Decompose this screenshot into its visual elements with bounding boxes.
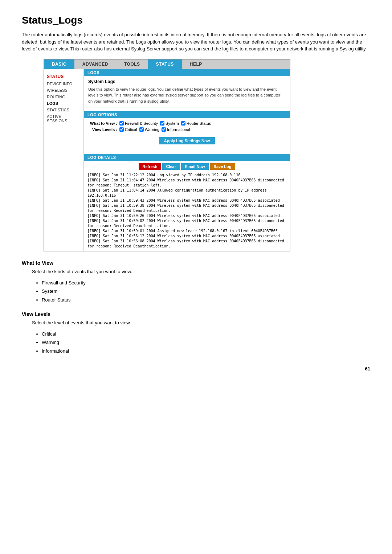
sidebar-status-label: STATUS xyxy=(44,72,83,81)
page-title: Status_Logs xyxy=(22,15,370,26)
sidebar-item-logs[interactable]: LOGS xyxy=(44,100,83,107)
sidebar-item-wireless[interactable]: WIRELESS xyxy=(44,87,83,94)
informational-input[interactable] xyxy=(162,127,166,132)
view-levels-row: View Levels : Critical Warning Informati… xyxy=(88,127,286,132)
logs-section-header: LOGS xyxy=(84,69,290,76)
list-item: Informational xyxy=(42,347,370,355)
log-entry: [INFO] Sat Jan 31 11:22:12 2004 Log view… xyxy=(87,173,286,178)
critical-label: Critical xyxy=(125,127,137,132)
log-entry: [INFO] Sat Jan 31 10:59:01 2004 Assigned… xyxy=(87,229,286,234)
router-body: STATUS DEVICE INFO WIRELESS ROUTING LOGS… xyxy=(44,69,290,251)
firewall-security-checkbox[interactable]: Firewall & Security xyxy=(119,121,158,126)
critical-input[interactable] xyxy=(119,127,124,132)
firewall-security-label: Firewall & Security xyxy=(125,121,158,126)
clear-button[interactable]: Clear xyxy=(162,163,180,170)
what-to-view-section: What to View Select the kinds of events … xyxy=(22,260,370,304)
log-details-section: Refresh Clear Email Now Save Log [INFO] … xyxy=(84,161,290,251)
log-entry: [INFO] Sat Jan 31 10:59:02 2004 Wireless… xyxy=(87,218,286,229)
log-entry: [INFO] Sat Jan 31 10:59:38 2004 Wireless… xyxy=(87,203,286,213)
nav-tools[interactable]: TOOLS xyxy=(116,59,148,69)
view-levels-section: View Levels Select the level of events t… xyxy=(22,311,370,355)
log-buttons-row: Refresh Clear Email Now Save Log xyxy=(84,161,290,172)
warning-input[interactable] xyxy=(139,127,144,132)
nav-basic[interactable]: BASIC xyxy=(44,59,74,69)
what-to-view-list: Firewall and SecuritySystemRouter Status xyxy=(42,279,370,304)
list-item: Firewall and Security xyxy=(42,279,370,287)
logs-section-body: System Logs Use this option to view the … xyxy=(84,76,290,108)
informational-checkbox[interactable]: Informational xyxy=(162,127,190,132)
save-log-button[interactable]: Save Log xyxy=(210,163,235,170)
refresh-button[interactable]: Refresh xyxy=(139,163,161,170)
system-logs-desc: Use this option to view the router logs.… xyxy=(88,86,286,104)
main-content: LOGS System Logs Use this option to view… xyxy=(84,69,290,251)
sidebar-item-statistics[interactable]: STATISTICS xyxy=(44,107,83,113)
log-entry: [INFO] Sat Jan 31 10:56:12 2004 Wireless… xyxy=(87,234,286,239)
email-now-button[interactable]: Email Now xyxy=(181,163,209,170)
router-frame: BASIC ADVANCED TOOLS STATUS HELP STATUS … xyxy=(44,59,290,252)
log-details-header: LOG DETAILS xyxy=(84,154,290,161)
router-status-label: Router Status xyxy=(187,121,211,126)
log-entry: [INFO] Sat Jan 31 11:04:14 2004 Allowed … xyxy=(87,188,286,198)
apply-log-settings-button[interactable]: Apply Log Settings Now xyxy=(159,137,215,144)
router-status-input[interactable] xyxy=(181,121,185,126)
view-levels-heading: View Levels xyxy=(22,311,370,317)
what-to-view-row: What to View : Firewall & Security Syste… xyxy=(88,121,286,126)
critical-checkbox[interactable]: Critical xyxy=(119,127,137,132)
view-levels-list: CriticalWarningInformational xyxy=(42,330,370,355)
log-entry: [INFO] Sat Jan 31 11:04:47 2004 Wireless… xyxy=(87,178,286,188)
system-logs-title: System Logs xyxy=(88,79,286,84)
list-item: System xyxy=(42,287,370,295)
nav-help[interactable]: HELP xyxy=(182,59,210,69)
nav-advanced[interactable]: ADVANCED xyxy=(74,59,116,69)
sidebar-item-device-info[interactable]: DEVICE INFO xyxy=(44,81,83,87)
what-to-view-intro: Select the kinds of events that you want… xyxy=(32,268,370,276)
log-entry: [INFO] Sat Jan 31 10:59:43 2004 Wireless… xyxy=(87,198,286,203)
intro-text: The router automatically logs (records) … xyxy=(22,31,370,53)
warning-checkbox[interactable]: Warning xyxy=(139,127,160,132)
list-item: Warning xyxy=(42,338,370,346)
sidebar-item-routing[interactable]: ROUTING xyxy=(44,94,83,100)
firewall-security-input[interactable] xyxy=(119,121,124,126)
sidebar-item-active-sessions[interactable]: ACTIVE SESSIONS xyxy=(44,113,83,124)
page-number: 61 xyxy=(22,366,370,372)
warning-label: Warning xyxy=(145,127,160,132)
list-item: Router Status xyxy=(42,296,370,304)
log-output: [INFO] Sat Jan 31 11:22:12 2004 Log view… xyxy=(84,172,290,251)
log-entry: [INFO] Sat Jan 31 10:59:26 2004 Wireless… xyxy=(87,213,286,218)
log-options-section: What to View : Firewall & Security Syste… xyxy=(84,118,290,150)
nav-status[interactable]: STATUS xyxy=(148,59,182,69)
sidebar: STATUS DEVICE INFO WIRELESS ROUTING LOGS… xyxy=(44,69,84,251)
log-options-header: LOG OPTIONS xyxy=(84,111,290,118)
system-label: System xyxy=(166,121,179,126)
view-levels-label: View Levels : xyxy=(88,127,117,132)
log-entry: [INFO] Sat Jan 31 10:56:08 2004 Wireless… xyxy=(87,239,286,249)
system-checkbox[interactable]: System xyxy=(160,121,179,126)
view-levels-intro: Select the level of events that you want… xyxy=(32,319,370,327)
apply-row: Apply Log Settings Now xyxy=(88,134,286,147)
informational-label: Informational xyxy=(167,127,190,132)
what-to-view-heading: What to View xyxy=(22,260,370,266)
what-to-view-label: What to View : xyxy=(88,121,117,126)
router-status-checkbox[interactable]: Router Status xyxy=(181,121,211,126)
nav-bar: BASIC ADVANCED TOOLS STATUS HELP xyxy=(44,59,290,69)
system-input[interactable] xyxy=(160,121,164,126)
list-item: Critical xyxy=(42,330,370,338)
